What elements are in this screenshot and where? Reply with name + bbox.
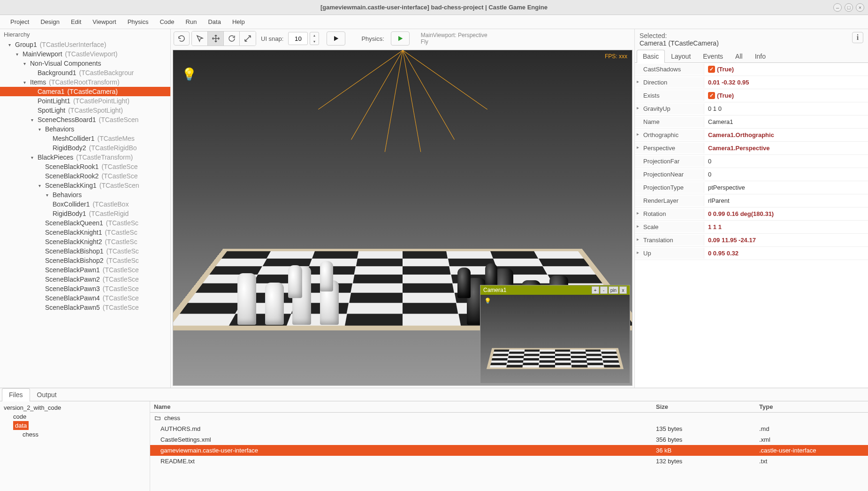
preview-close[interactable]: x: [619, 286, 627, 294]
property-grid[interactable]: CastShadows✓(True)▸Direction0.01 -0.32 0…: [635, 63, 868, 388]
property-row[interactable]: CastShadows✓(True): [635, 63, 868, 76]
menu-design[interactable]: Design: [35, 15, 65, 28]
tab-output[interactable]: Output: [30, 388, 64, 401]
menu-viewport[interactable]: Viewport: [87, 15, 122, 28]
property-row[interactable]: ProjectionTypeptPerspective: [635, 181, 868, 194]
hierarchy-node[interactable]: RigidBody2(TCastleRigidBo: [0, 143, 170, 153]
menu-help[interactable]: Help: [227, 15, 251, 28]
hierarchy-node[interactable]: SceneBlackPawn3(TCastleSce: [0, 284, 170, 293]
chess-piece: [457, 268, 471, 298]
folder-item[interactable]: chess: [2, 430, 148, 439]
preview-zoom-in[interactable]: +: [592, 286, 599, 294]
ui-snap-input[interactable]: [288, 32, 308, 45]
title-bar: [gameviewmain.castle-user-interface] bad…: [0, 0, 868, 15]
property-row[interactable]: ▸Up0 0.95 0.32: [635, 247, 868, 260]
folder-item[interactable]: data: [13, 421, 29, 430]
close-button[interactable]: ×: [856, 3, 864, 12]
tab-all[interactable]: All: [729, 50, 749, 62]
selected-value: Camera1 (TCastleCamera): [640, 39, 719, 47]
viewport-info: MainViewport: Perspective Fly: [421, 32, 487, 46]
hierarchy-node[interactable]: ▾SceneBlackKing1(TCastleScen: [0, 181, 170, 190]
hierarchy-node[interactable]: Camera1(TCastleCamera): [0, 87, 170, 96]
rotate-tool[interactable]: [224, 31, 240, 46]
hierarchy-node[interactable]: SceneBlackRook2(TCastleSce: [0, 171, 170, 181]
hierarchy-node[interactable]: SceneBlackBishop1(TCastleSc: [0, 246, 170, 256]
hierarchy-node[interactable]: SceneBlackBishop2(TCastleSc: [0, 256, 170, 265]
hierarchy-node[interactable]: BoxCollider1(TCastleBox: [0, 199, 170, 209]
hierarchy-node[interactable]: ▾Items(TCastleRootTransform): [0, 77, 170, 87]
hierarchy-node[interactable]: ▾MainViewport(TCastleViewport): [0, 49, 170, 59]
property-row[interactable]: ▸Scale1 1 1: [635, 221, 868, 234]
col-size[interactable]: Size: [652, 401, 755, 412]
move-tool[interactable]: [208, 31, 224, 46]
scale-tool[interactable]: [240, 31, 256, 46]
hierarchy-node[interactable]: ▾Non-Visual Components: [0, 59, 170, 68]
hierarchy-node[interactable]: MeshCollider1(TCastleMes: [0, 134, 170, 143]
tab-layout[interactable]: Layout: [665, 50, 697, 62]
tab-info[interactable]: Info: [749, 50, 772, 62]
col-name[interactable]: Name: [150, 401, 652, 412]
hierarchy-node[interactable]: ▾BlackPieces(TCastleTransform): [0, 153, 170, 162]
hierarchy-node[interactable]: SpotLight(TCastleSpotLight): [0, 106, 170, 115]
property-row[interactable]: RenderLayerrlParent: [635, 194, 868, 207]
property-row[interactable]: ▸PerspectiveCamera1.Perspective: [635, 142, 868, 155]
property-row[interactable]: ▸OrthographicCamera1.Orthographic: [635, 129, 868, 142]
tab-events[interactable]: Events: [697, 50, 729, 62]
hierarchy-tree[interactable]: ▾Group1(TCastleUserInterface)▾MainViewpo…: [0, 40, 170, 388]
folder-tree[interactable]: version_2_with_code code data chess: [0, 401, 150, 491]
file-row[interactable]: CastleSettings.xml356 bytes.xml: [150, 434, 868, 445]
file-row[interactable]: README.txt132 bytes.txt: [150, 456, 868, 467]
hierarchy-node[interactable]: SceneBlackPawn4(TCastleSce: [0, 293, 170, 303]
menu-data[interactable]: Data: [202, 15, 226, 28]
bottom-tabs: Files Output: [0, 388, 868, 401]
viewport-3d[interactable]: 💡 FPS: xxx Camera1 + - pin: [173, 50, 632, 386]
hierarchy-node[interactable]: SceneBlackKnight2(TCastleSc: [0, 237, 170, 246]
hierarchy-node[interactable]: Background1(TCastleBackgrour: [0, 68, 170, 77]
property-row[interactable]: Exists✓(True): [635, 89, 868, 102]
undo-button[interactable]: [174, 31, 190, 46]
menu-run[interactable]: Run: [180, 15, 203, 28]
menu-physics[interactable]: Physics: [122, 15, 154, 28]
file-row[interactable]: gameviewmain.castle-user-interface36 kB.…: [150, 445, 868, 456]
folder-row[interactable]: chess: [150, 413, 868, 423]
property-row[interactable]: ▸Rotation0 0.99 0.16 deg(180.31): [635, 207, 868, 221]
menu-project[interactable]: Project: [5, 15, 35, 28]
hierarchy-node[interactable]: SceneBlackPawn2(TCastleSce: [0, 275, 170, 284]
hierarchy-node[interactable]: SceneBlackPawn5(TCastleSce: [0, 303, 170, 312]
camera-preview[interactable]: Camera1 + - pin x 💡: [480, 285, 630, 384]
property-row[interactable]: NameCamera1: [635, 115, 868, 129]
info-button[interactable]: i: [852, 32, 863, 43]
minimize-button[interactable]: –: [833, 3, 842, 12]
property-row[interactable]: ProjectionFar0: [635, 155, 868, 168]
hierarchy-node[interactable]: ▾Behaviors: [0, 190, 170, 199]
hierarchy-node[interactable]: SceneBlackKnight1(TCastleSc: [0, 228, 170, 237]
hierarchy-node[interactable]: SceneBlackQueen1(TCastleSc: [0, 218, 170, 228]
ui-snap-spinner[interactable]: ▴▾: [310, 32, 319, 45]
property-row[interactable]: ProjectionNear0: [635, 168, 868, 181]
file-list-header: Name Size Type: [150, 401, 868, 413]
preview-pin[interactable]: pin: [609, 286, 618, 294]
maximize-button[interactable]: □: [845, 3, 853, 12]
preview-zoom-out[interactable]: -: [600, 286, 608, 294]
property-row[interactable]: ▸GravityUp0 1 0: [635, 102, 868, 115]
play-button[interactable]: [327, 31, 345, 46]
folder-item[interactable]: code: [2, 412, 148, 421]
property-row[interactable]: ▸Translation0.09 11.95 -24.17: [635, 234, 868, 247]
hierarchy-node[interactable]: SceneBlackRook1(TCastleSce: [0, 162, 170, 171]
hierarchy-node[interactable]: ▾Behaviors: [0, 124, 170, 134]
hierarchy-node[interactable]: PointLight1(TCastlePointLight): [0, 96, 170, 106]
hierarchy-node[interactable]: ▾SceneChessBoard1(TCastleScen: [0, 115, 170, 124]
folder-root[interactable]: version_2_with_code: [2, 403, 148, 412]
menu-code[interactable]: Code: [154, 15, 180, 28]
select-tool[interactable]: [192, 31, 208, 46]
hierarchy-node[interactable]: RigidBody1(TCastleRigid: [0, 209, 170, 218]
tab-basic[interactable]: Basic: [637, 50, 665, 63]
hierarchy-node[interactable]: ▾Group1(TCastleUserInterface): [0, 40, 170, 49]
menu-edit[interactable]: Edit: [65, 15, 87, 28]
hierarchy-node[interactable]: SceneBlackPawn1(TCastleSce: [0, 265, 170, 275]
col-type[interactable]: Type: [755, 401, 868, 412]
file-row[interactable]: AUTHORS.md135 bytes.md: [150, 423, 868, 434]
tab-files[interactable]: Files: [2, 388, 30, 401]
property-row[interactable]: ▸Direction0.01 -0.32 0.95: [635, 76, 868, 89]
physics-play-button[interactable]: [391, 31, 410, 46]
